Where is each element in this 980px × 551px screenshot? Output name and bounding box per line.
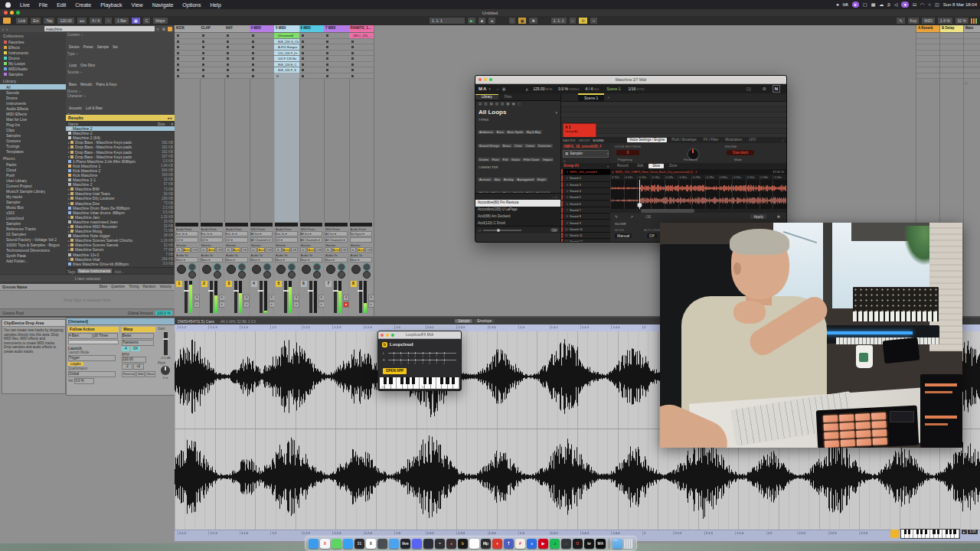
- sound-mute-led[interactable]: [561, 201, 563, 206]
- apple-menu-icon[interactable]: [5, 2, 11, 8]
- scene-slot[interactable]: ▷: [964, 67, 980, 73]
- clip-slot[interactable]: ▸(Unnamed): [274, 33, 299, 39]
- send-b-knob[interactable]: [363, 271, 371, 279]
- slice-time[interactable]: 0.85s: [719, 175, 733, 179]
- monitor-auto[interactable]: Auto: [283, 247, 290, 253]
- sound-slot-1[interactable]: 1SK81_105_smooth3: [561, 169, 610, 175]
- volume-fader[interactable]: [334, 281, 337, 313]
- slice-time[interactable]: 0.30s: [746, 175, 760, 179]
- preview-speaker-icon[interactable]: ◁: [478, 228, 481, 233]
- stop-slot[interactable]: [175, 67, 200, 73]
- tempo-field[interactable]: 120.00: [57, 17, 74, 24]
- menu-edit[interactable]: Edit: [52, 2, 70, 8]
- slice-time[interactable]: 0.35s: [678, 175, 691, 179]
- screen-recording-icon[interactable]: ▸: [852, 2, 859, 8]
- settings-gear-icon[interactable]: ⚙: [763, 86, 766, 92]
- groove-col-random[interactable]: Random: [142, 285, 155, 289]
- library-item-plug-ins[interactable]: Plug-Ins: [0, 122, 66, 127]
- library-item-instruments[interactable]: Instruments: [0, 100, 66, 106]
- place-item[interactable]: Current Project: [0, 183, 66, 188]
- pitch-knob[interactable]: [161, 366, 170, 375]
- menu-help[interactable]: Help: [205, 2, 225, 8]
- collection-drums[interactable]: Drums: [0, 55, 66, 60]
- stop-slot[interactable]: [200, 51, 225, 57]
- send-a-knob[interactable]: [363, 263, 371, 271]
- library-item-tunings[interactable]: Tunings: [0, 143, 66, 148]
- volume-fader[interactable]: [210, 281, 213, 313]
- character-tag[interactable]: Bright: [536, 178, 547, 181]
- send-b-knob[interactable]: [238, 271, 246, 279]
- gain-value[interactable]: -0.1 dB: [158, 356, 173, 360]
- stop-slot[interactable]: [250, 62, 275, 68]
- stop-slot[interactable]: [175, 51, 200, 57]
- stop-slot[interactable]: [299, 73, 325, 80]
- warp-mode-select[interactable]: Beats: [122, 333, 154, 339]
- sound-mute-led[interactable]: [561, 182, 563, 187]
- play-button[interactable]: ▶: [467, 17, 476, 24]
- library-item-drums[interactable]: Drums: [0, 95, 66, 100]
- character-tag[interactable]: Dirty: [524, 191, 534, 193]
- sound-mute-led[interactable]: [561, 214, 563, 219]
- routing-channel-select[interactable]: 1/2 ▾: [201, 237, 224, 243]
- library-result[interactable]: Acid(120) C Droid: [475, 220, 560, 226]
- black-key[interactable]: [389, 377, 392, 384]
- dock-app-code[interactable]: [423, 539, 433, 549]
- channel-tab-sound[interactable]: SOUND: [593, 139, 603, 142]
- ua-badge[interactable]: UA: [843, 2, 848, 7]
- maschine-titlebar[interactable]: Maschine 2/7 Midi: [475, 76, 786, 84]
- clip-slot[interactable]: ▸808_126 E_C: [274, 62, 299, 68]
- return-header[interactable]: A Reverb: [916, 25, 940, 33]
- dock-app-contacts[interactable]: ●: [527, 539, 537, 549]
- slice-time[interactable]: 0.58s: [760, 175, 773, 179]
- open-app-button[interactable]: OPEN APP: [383, 368, 407, 374]
- stop-slot[interactable]: [224, 39, 250, 45]
- sound-slot-7[interactable]: 7Sound 7: [561, 207, 610, 214]
- size-column-header[interactable]: Size: [158, 122, 165, 126]
- place-item[interactable]: Technosound Dimensions: [0, 247, 66, 253]
- time-signature-field[interactable]: 4 / 4: [89, 17, 103, 24]
- send-a-knob[interactable]: [263, 263, 271, 271]
- type-tag[interactable]: Full: [501, 158, 509, 161]
- metronome-button[interactable]: ◔: [104, 17, 113, 24]
- add-scene-tab[interactable]: +: [607, 95, 609, 99]
- gain-slider[interactable]: [164, 332, 168, 355]
- slice-time[interactable]: 0.34s: [773, 175, 786, 179]
- maschine-clip-a1[interactable]: A 1 Group A1: [563, 123, 596, 139]
- track-header-6-midi[interactable]: 6 MIDI: [299, 25, 325, 33]
- bpm-field[interactable]: 120.00: [122, 357, 146, 363]
- search-clear-icon[interactable]: ✕: [156, 27, 159, 31]
- quantize-menu[interactable]: 1 Bar: [114, 17, 129, 24]
- collection-midi/audio[interactable]: MIDI/Audio: [0, 66, 66, 71]
- black-key[interactable]: [946, 530, 948, 534]
- type-tag[interactable]: Bass Synth: [506, 130, 524, 134]
- type-tag[interactable]: Choir: [513, 144, 524, 148]
- routing-channel-select[interactable]: 1/2 ▾: [225, 237, 248, 243]
- menu-create[interactable]: Create: [70, 2, 96, 8]
- live-titlebar[interactable]: Untitled: [0, 9, 980, 16]
- legato-toggle[interactable]: Legato: [68, 362, 83, 367]
- maschine-logo[interactable]: MA: [479, 86, 487, 92]
- edit-button[interactable]: Edit: [136, 371, 145, 377]
- stop-slot[interactable]: [200, 44, 225, 51]
- routing-out-select[interactable]: Main ▾: [250, 257, 273, 262]
- type-tag[interactable]: Guitar: [510, 158, 521, 161]
- black-key[interactable]: [908, 530, 910, 534]
- stop-slot[interactable]: [224, 51, 250, 57]
- place-item[interactable]: Loopcloud: [0, 215, 66, 220]
- dock-app-music[interactable]: ▶: [538, 539, 548, 549]
- slider-line[interactable]: 12345678: [388, 360, 456, 360]
- volume-icon[interactable]: ◁: [894, 2, 898, 8]
- all-loops-arrow[interactable]: ▾: [555, 110, 557, 115]
- follow-bars-field[interactable]: 4 Bars: [68, 333, 93, 339]
- routing-source-select[interactable]: Ext. In ▾: [201, 231, 224, 236]
- scene-slot[interactable]: ▷: [964, 56, 980, 62]
- wifi-icon[interactable]: ◠: [920, 2, 924, 8]
- return-slot[interactable]: [916, 62, 940, 68]
- dock-app-finder[interactable]: [309, 539, 318, 549]
- filter-chip-bass[interactable]: Bass: [67, 83, 78, 87]
- dock-app-notes[interactable]: [469, 539, 479, 549]
- return-slot[interactable]: [916, 39, 940, 45]
- stop-slot[interactable]: [299, 33, 325, 39]
- sample-tab-slice[interactable]: Slice: [648, 164, 664, 168]
- stop-slot[interactable]: [224, 67, 250, 73]
